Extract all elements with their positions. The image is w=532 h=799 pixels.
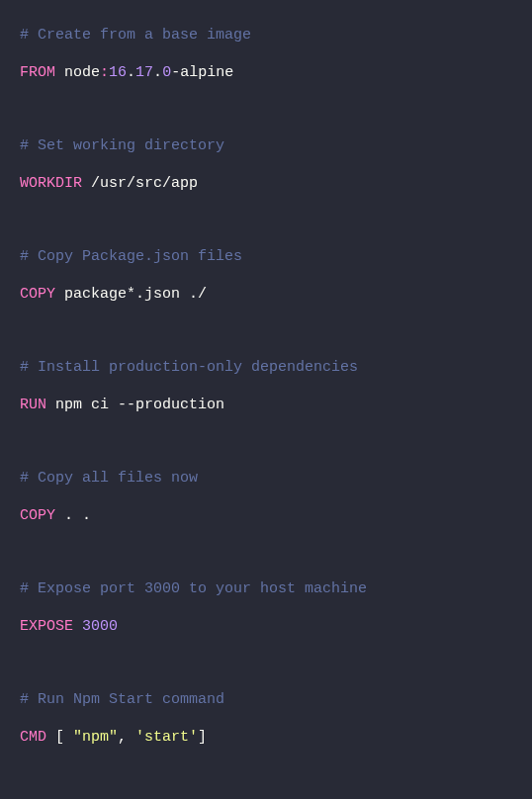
keyword-from: FROM [20,64,55,81]
string-start: 'start' [135,729,198,746]
dot: . [153,64,162,81]
blank-line [20,431,512,467]
comment-text: # Copy all files now [20,470,198,487]
code-line: # Copy Package.json files [20,245,512,269]
code-line: COPY package*.json ./ [20,283,512,307]
code-line: EXPOSE 3000 [20,615,512,639]
keyword: WORKDIR [20,175,82,192]
version-minor: 17 [135,64,153,81]
comment-text: # Set working directory [20,137,224,154]
code-line: COPY . . [20,504,512,528]
string-npm: "npm" [73,729,118,746]
args: npm ci --production [55,397,224,413]
comment-text: # Create from a base image [20,27,251,44]
dot: . [127,64,135,81]
version-patch: 0 [162,64,171,81]
blank-line [20,320,512,356]
keyword: COPY [20,507,55,524]
blank-line [20,99,512,134]
dockerfile-code-block: # Create from a base imageFROM node:16.1… [20,24,512,750]
blank-line [20,653,512,688]
keyword-cmd: CMD [20,729,46,746]
code-line: CMD [ "npm", 'start'] [20,726,512,750]
keyword-expose: EXPOSE [20,618,73,635]
colon: : [100,64,109,81]
code-line: # Run Npm Start command [20,688,512,712]
keyword: RUN [20,397,46,413]
args: package*.json ./ [64,286,207,303]
code-line: WORKDIR /usr/src/app [20,172,512,196]
args: . . [64,507,91,524]
code-line: # Expose port 3000 to your host machine [20,577,512,601]
image-name: node [64,64,100,81]
right-bracket: ] [198,729,207,746]
code-line: # Set working directory [20,134,512,158]
comment-text: # Install production-only dependencies [20,359,358,376]
code-line: # Install production-only dependencies [20,356,512,380]
port-number: 3000 [82,618,118,635]
comment-text: # Copy Package.json files [20,248,242,265]
args: /usr/src/app [91,175,198,192]
code-line: FROM node:16.17.0-alpine [20,61,512,85]
comment-text: # Expose port 3000 to your host machine [20,580,367,597]
image-suffix: -alpine [171,64,233,81]
comma: , [118,729,135,746]
code-line: # Copy all files now [20,467,512,490]
version-major: 16 [109,64,127,81]
keyword: COPY [20,286,55,303]
left-bracket: [ [46,729,73,746]
code-line: # Create from a base image [20,24,512,47]
code-line: RUN npm ci --production [20,394,512,417]
blank-line [20,210,512,245]
blank-line [20,542,512,577]
comment-text: # Run Npm Start command [20,691,224,708]
